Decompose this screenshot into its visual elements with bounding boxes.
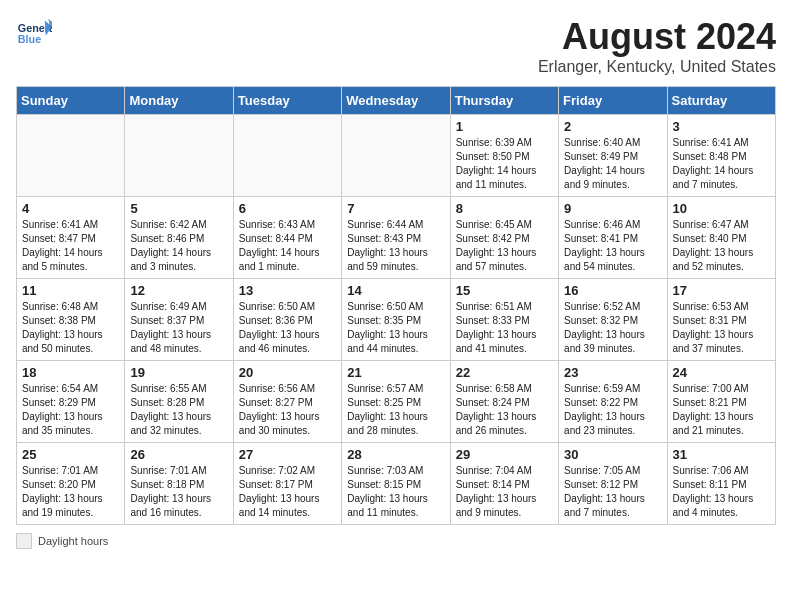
day-info: Sunrise: 7:02 AM Sunset: 8:17 PM Dayligh… bbox=[239, 464, 336, 520]
calendar-day-cell bbox=[233, 115, 341, 197]
day-number: 20 bbox=[239, 365, 336, 380]
calendar-day-cell: 1Sunrise: 6:39 AM Sunset: 8:50 PM Daylig… bbox=[450, 115, 558, 197]
calendar-day-cell: 22Sunrise: 6:58 AM Sunset: 8:24 PM Dayli… bbox=[450, 361, 558, 443]
legend-label: Daylight hours bbox=[38, 535, 108, 547]
calendar-header-row: SundayMondayTuesdayWednesdayThursdayFrid… bbox=[17, 87, 776, 115]
day-info: Sunrise: 6:56 AM Sunset: 8:27 PM Dayligh… bbox=[239, 382, 336, 438]
day-info: Sunrise: 6:49 AM Sunset: 8:37 PM Dayligh… bbox=[130, 300, 227, 356]
calendar-header-thursday: Thursday bbox=[450, 87, 558, 115]
calendar-day-cell: 9Sunrise: 6:46 AM Sunset: 8:41 PM Daylig… bbox=[559, 197, 667, 279]
day-number: 27 bbox=[239, 447, 336, 462]
day-number: 14 bbox=[347, 283, 444, 298]
day-number: 15 bbox=[456, 283, 553, 298]
day-info: Sunrise: 6:50 AM Sunset: 8:35 PM Dayligh… bbox=[347, 300, 444, 356]
calendar-day-cell: 2Sunrise: 6:40 AM Sunset: 8:49 PM Daylig… bbox=[559, 115, 667, 197]
legend-icon bbox=[16, 533, 32, 549]
calendar-day-cell bbox=[125, 115, 233, 197]
calendar-day-cell: 11Sunrise: 6:48 AM Sunset: 8:38 PM Dayli… bbox=[17, 279, 125, 361]
day-number: 1 bbox=[456, 119, 553, 134]
day-number: 6 bbox=[239, 201, 336, 216]
calendar-day-cell: 24Sunrise: 7:00 AM Sunset: 8:21 PM Dayli… bbox=[667, 361, 775, 443]
calendar-day-cell: 30Sunrise: 7:05 AM Sunset: 8:12 PM Dayli… bbox=[559, 443, 667, 525]
legend: Daylight hours bbox=[16, 533, 776, 549]
day-info: Sunrise: 7:05 AM Sunset: 8:12 PM Dayligh… bbox=[564, 464, 661, 520]
day-number: 30 bbox=[564, 447, 661, 462]
day-info: Sunrise: 6:47 AM Sunset: 8:40 PM Dayligh… bbox=[673, 218, 770, 274]
day-number: 17 bbox=[673, 283, 770, 298]
calendar-day-cell: 29Sunrise: 7:04 AM Sunset: 8:14 PM Dayli… bbox=[450, 443, 558, 525]
calendar-header-sunday: Sunday bbox=[17, 87, 125, 115]
day-info: Sunrise: 6:45 AM Sunset: 8:42 PM Dayligh… bbox=[456, 218, 553, 274]
day-number: 24 bbox=[673, 365, 770, 380]
calendar-day-cell: 26Sunrise: 7:01 AM Sunset: 8:18 PM Dayli… bbox=[125, 443, 233, 525]
day-number: 4 bbox=[22, 201, 119, 216]
day-number: 31 bbox=[673, 447, 770, 462]
day-number: 13 bbox=[239, 283, 336, 298]
title-area: August 2024 Erlanger, Kentucky, United S… bbox=[538, 16, 776, 76]
day-info: Sunrise: 6:51 AM Sunset: 8:33 PM Dayligh… bbox=[456, 300, 553, 356]
calendar-day-cell: 21Sunrise: 6:57 AM Sunset: 8:25 PM Dayli… bbox=[342, 361, 450, 443]
day-number: 18 bbox=[22, 365, 119, 380]
day-info: Sunrise: 7:00 AM Sunset: 8:21 PM Dayligh… bbox=[673, 382, 770, 438]
calendar-header-saturday: Saturday bbox=[667, 87, 775, 115]
calendar-day-cell: 17Sunrise: 6:53 AM Sunset: 8:31 PM Dayli… bbox=[667, 279, 775, 361]
day-number: 28 bbox=[347, 447, 444, 462]
calendar-day-cell: 16Sunrise: 6:52 AM Sunset: 8:32 PM Dayli… bbox=[559, 279, 667, 361]
logo: General Blue bbox=[16, 16, 52, 52]
calendar-week-row: 1Sunrise: 6:39 AM Sunset: 8:50 PM Daylig… bbox=[17, 115, 776, 197]
day-info: Sunrise: 6:43 AM Sunset: 8:44 PM Dayligh… bbox=[239, 218, 336, 274]
calendar-header-wednesday: Wednesday bbox=[342, 87, 450, 115]
day-number: 7 bbox=[347, 201, 444, 216]
page-subtitle: Erlanger, Kentucky, United States bbox=[538, 58, 776, 76]
page-title: August 2024 bbox=[538, 16, 776, 58]
day-info: Sunrise: 6:50 AM Sunset: 8:36 PM Dayligh… bbox=[239, 300, 336, 356]
day-number: 11 bbox=[22, 283, 119, 298]
day-info: Sunrise: 6:48 AM Sunset: 8:38 PM Dayligh… bbox=[22, 300, 119, 356]
calendar-header-monday: Monday bbox=[125, 87, 233, 115]
day-number: 10 bbox=[673, 201, 770, 216]
day-info: Sunrise: 6:54 AM Sunset: 8:29 PM Dayligh… bbox=[22, 382, 119, 438]
day-info: Sunrise: 7:06 AM Sunset: 8:11 PM Dayligh… bbox=[673, 464, 770, 520]
day-info: Sunrise: 6:42 AM Sunset: 8:46 PM Dayligh… bbox=[130, 218, 227, 274]
calendar-day-cell: 13Sunrise: 6:50 AM Sunset: 8:36 PM Dayli… bbox=[233, 279, 341, 361]
day-info: Sunrise: 7:03 AM Sunset: 8:15 PM Dayligh… bbox=[347, 464, 444, 520]
day-info: Sunrise: 6:41 AM Sunset: 8:48 PM Dayligh… bbox=[673, 136, 770, 192]
day-info: Sunrise: 6:46 AM Sunset: 8:41 PM Dayligh… bbox=[564, 218, 661, 274]
day-number: 29 bbox=[456, 447, 553, 462]
calendar-header-friday: Friday bbox=[559, 87, 667, 115]
calendar-day-cell: 4Sunrise: 6:41 AM Sunset: 8:47 PM Daylig… bbox=[17, 197, 125, 279]
calendar-day-cell: 14Sunrise: 6:50 AM Sunset: 8:35 PM Dayli… bbox=[342, 279, 450, 361]
calendar-day-cell: 18Sunrise: 6:54 AM Sunset: 8:29 PM Dayli… bbox=[17, 361, 125, 443]
day-number: 9 bbox=[564, 201, 661, 216]
calendar-day-cell: 10Sunrise: 6:47 AM Sunset: 8:40 PM Dayli… bbox=[667, 197, 775, 279]
calendar-week-row: 11Sunrise: 6:48 AM Sunset: 8:38 PM Dayli… bbox=[17, 279, 776, 361]
calendar-day-cell: 27Sunrise: 7:02 AM Sunset: 8:17 PM Dayli… bbox=[233, 443, 341, 525]
calendar-day-cell: 19Sunrise: 6:55 AM Sunset: 8:28 PM Dayli… bbox=[125, 361, 233, 443]
day-info: Sunrise: 6:55 AM Sunset: 8:28 PM Dayligh… bbox=[130, 382, 227, 438]
header: General Blue August 2024 Erlanger, Kentu… bbox=[16, 16, 776, 76]
day-info: Sunrise: 6:44 AM Sunset: 8:43 PM Dayligh… bbox=[347, 218, 444, 274]
calendar-day-cell: 8Sunrise: 6:45 AM Sunset: 8:42 PM Daylig… bbox=[450, 197, 558, 279]
day-info: Sunrise: 6:39 AM Sunset: 8:50 PM Dayligh… bbox=[456, 136, 553, 192]
day-info: Sunrise: 6:57 AM Sunset: 8:25 PM Dayligh… bbox=[347, 382, 444, 438]
day-number: 21 bbox=[347, 365, 444, 380]
calendar-header-tuesday: Tuesday bbox=[233, 87, 341, 115]
day-number: 8 bbox=[456, 201, 553, 216]
day-number: 22 bbox=[456, 365, 553, 380]
calendar-day-cell: 20Sunrise: 6:56 AM Sunset: 8:27 PM Dayli… bbox=[233, 361, 341, 443]
day-number: 16 bbox=[564, 283, 661, 298]
day-info: Sunrise: 7:04 AM Sunset: 8:14 PM Dayligh… bbox=[456, 464, 553, 520]
day-number: 26 bbox=[130, 447, 227, 462]
day-number: 23 bbox=[564, 365, 661, 380]
calendar-day-cell: 3Sunrise: 6:41 AM Sunset: 8:48 PM Daylig… bbox=[667, 115, 775, 197]
day-number: 5 bbox=[130, 201, 227, 216]
day-number: 2 bbox=[564, 119, 661, 134]
day-info: Sunrise: 6:40 AM Sunset: 8:49 PM Dayligh… bbox=[564, 136, 661, 192]
calendar-day-cell: 31Sunrise: 7:06 AM Sunset: 8:11 PM Dayli… bbox=[667, 443, 775, 525]
day-info: Sunrise: 7:01 AM Sunset: 8:20 PM Dayligh… bbox=[22, 464, 119, 520]
calendar-day-cell: 25Sunrise: 7:01 AM Sunset: 8:20 PM Dayli… bbox=[17, 443, 125, 525]
calendar-day-cell: 23Sunrise: 6:59 AM Sunset: 8:22 PM Dayli… bbox=[559, 361, 667, 443]
calendar-table: SundayMondayTuesdayWednesdayThursdayFrid… bbox=[16, 86, 776, 525]
calendar-week-row: 25Sunrise: 7:01 AM Sunset: 8:20 PM Dayli… bbox=[17, 443, 776, 525]
calendar-week-row: 18Sunrise: 6:54 AM Sunset: 8:29 PM Dayli… bbox=[17, 361, 776, 443]
